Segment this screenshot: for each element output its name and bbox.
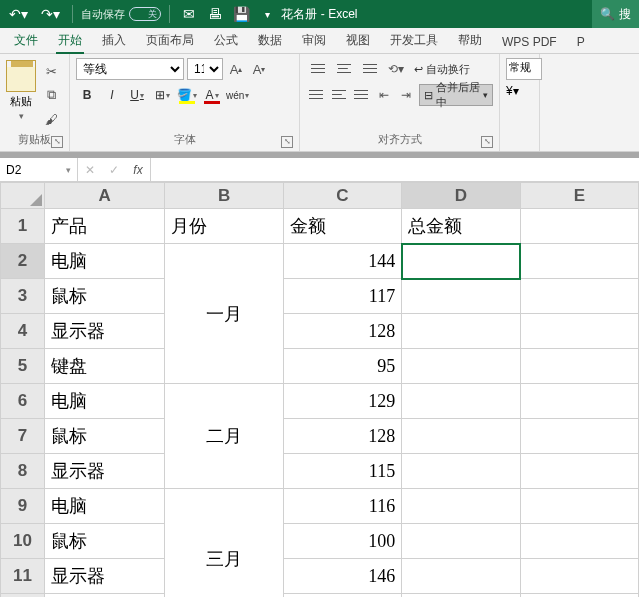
cell-B6-B8[interactable]: 二月 (165, 384, 283, 489)
col-header-A[interactable]: A (44, 183, 165, 209)
cell-C6[interactable]: 129 (283, 384, 401, 419)
cell-A12[interactable]: 键舟 (44, 594, 165, 598)
row-header-2[interactable]: 2 (1, 244, 45, 279)
format-painter-button[interactable]: 🖌 (40, 110, 62, 128)
font-color-button[interactable]: A▾ (201, 84, 223, 106)
cell-E9[interactable] (520, 489, 638, 524)
row-header-3[interactable]: 3 (1, 279, 45, 314)
row-header-1[interactable]: 1 (1, 209, 45, 244)
enter-icon[interactable]: ✓ (102, 163, 126, 177)
fill-color-button[interactable]: 🪣▾ (176, 84, 198, 106)
cell-E3[interactable] (520, 279, 638, 314)
cut-button[interactable]: ✂ (40, 62, 62, 80)
align-bottom-button[interactable] (358, 58, 382, 80)
currency-button[interactable]: ¥▾ (506, 84, 533, 98)
align-launcher[interactable]: ⤡ (481, 136, 493, 148)
cell-C11[interactable]: 146 (283, 559, 401, 594)
italic-button[interactable]: I (101, 84, 123, 106)
cell-E11[interactable] (520, 559, 638, 594)
wrap-text-button[interactable]: ↩自动换行 (410, 58, 474, 80)
cell-D12[interactable] (402, 594, 520, 598)
cell-A7[interactable]: 鼠标 (44, 419, 165, 454)
tab-page-layout[interactable]: 页面布局 (136, 28, 204, 53)
row-header-6[interactable]: 6 (1, 384, 45, 419)
align-top-button[interactable] (306, 58, 330, 80)
number-format-combo[interactable]: 常规 (506, 58, 542, 80)
redo-button[interactable]: ↷▾ (36, 3, 64, 25)
quickprint-icon[interactable]: 🖶 (204, 3, 226, 25)
cell-C8[interactable]: 115 (283, 454, 401, 489)
cell-A9[interactable]: 电脑 (44, 489, 165, 524)
cell-C3[interactable]: 117 (283, 279, 401, 314)
bold-button[interactable]: B (76, 84, 98, 106)
cell-C4[interactable]: 128 (283, 314, 401, 349)
cell-C7[interactable]: 128 (283, 419, 401, 454)
cell-B9-B12[interactable]: 三月 (165, 489, 283, 598)
tab-home[interactable]: 开始 (48, 28, 92, 53)
cell-D1[interactable]: 总金额 (402, 209, 520, 244)
indent-decrease-button[interactable]: ⇤ (374, 84, 395, 106)
row-header-10[interactable]: 10 (1, 524, 45, 559)
cell-E12[interactable] (520, 594, 638, 598)
cell-E10[interactable] (520, 524, 638, 559)
align-middle-button[interactable] (332, 58, 356, 80)
cell-A2[interactable]: 电脑 (44, 244, 165, 279)
tab-data[interactable]: 数据 (248, 28, 292, 53)
row-header-4[interactable]: 4 (1, 314, 45, 349)
align-right-button[interactable] (351, 84, 372, 106)
cell-A6[interactable]: 电脑 (44, 384, 165, 419)
cell-B2-B5[interactable]: 一月 (165, 244, 283, 384)
spreadsheet-grid[interactable]: A B C D E 1 产品 月份 金额 总金额 2 电脑 一月 144 3 鼠… (0, 182, 639, 597)
cancel-icon[interactable]: ✕ (78, 163, 102, 177)
col-header-E[interactable]: E (520, 183, 638, 209)
cell-A4[interactable]: 显示器 (44, 314, 165, 349)
cell-D9[interactable] (402, 489, 520, 524)
cell-E8[interactable] (520, 454, 638, 489)
row-header-7[interactable]: 7 (1, 419, 45, 454)
shrink-font-button[interactable]: A▾ (249, 58, 269, 80)
tab-insert[interactable]: 插入 (92, 28, 136, 53)
cell-B1[interactable]: 月份 (165, 209, 283, 244)
cell-C10[interactable]: 100 (283, 524, 401, 559)
select-all-corner[interactable] (1, 183, 45, 209)
cell-A5[interactable]: 键盘 (44, 349, 165, 384)
save-icon[interactable]: 💾 (230, 3, 252, 25)
cell-E7[interactable] (520, 419, 638, 454)
tab-review[interactable]: 审阅 (292, 28, 336, 53)
tab-wps-pdf[interactable]: WPS PDF (492, 31, 567, 53)
orientation-button[interactable]: ⟲▾ (384, 58, 408, 80)
autosave-toggle[interactable]: 自动保存 关 (81, 7, 161, 22)
undo-button[interactable]: ↶▾ (4, 3, 32, 25)
cell-E6[interactable] (520, 384, 638, 419)
row-header-11[interactable]: 11 (1, 559, 45, 594)
cell-D6[interactable] (402, 384, 520, 419)
col-header-B[interactable]: B (165, 183, 283, 209)
row-header-9[interactable]: 9 (1, 489, 45, 524)
copy-button[interactable]: ⧉ (40, 86, 62, 104)
paste-button[interactable]: 粘贴 ▾ (6, 58, 36, 132)
cell-D7[interactable] (402, 419, 520, 454)
phonetic-button[interactable]: wén▾ (226, 84, 249, 106)
tab-formulas[interactable]: 公式 (204, 28, 248, 53)
border-button[interactable]: ⊞▾ (151, 84, 173, 106)
tab-help[interactable]: 帮助 (448, 28, 492, 53)
tab-developer[interactable]: 开发工具 (380, 28, 448, 53)
name-box[interactable]: D2▾ (0, 158, 78, 181)
align-left-button[interactable] (306, 84, 327, 106)
cell-C1[interactable]: 金额 (283, 209, 401, 244)
cell-E1[interactable] (520, 209, 638, 244)
cell-A10[interactable]: 鼠标 (44, 524, 165, 559)
align-center-button[interactable] (329, 84, 350, 106)
cell-D10[interactable] (402, 524, 520, 559)
cell-E4[interactable] (520, 314, 638, 349)
cell-E5[interactable] (520, 349, 638, 384)
cell-D8[interactable] (402, 454, 520, 489)
tab-p[interactable]: P (567, 31, 595, 53)
merge-center-button[interactable]: ⊟合并后居中▾ (419, 84, 493, 106)
grow-font-button[interactable]: A▴ (226, 58, 246, 80)
cell-A11[interactable]: 显示器 (44, 559, 165, 594)
row-header-12[interactable]: 12 (1, 594, 45, 598)
cell-A8[interactable]: 显示器 (44, 454, 165, 489)
font-launcher[interactable]: ⤡ (281, 136, 293, 148)
cell-C12[interactable]: 97 (283, 594, 401, 598)
